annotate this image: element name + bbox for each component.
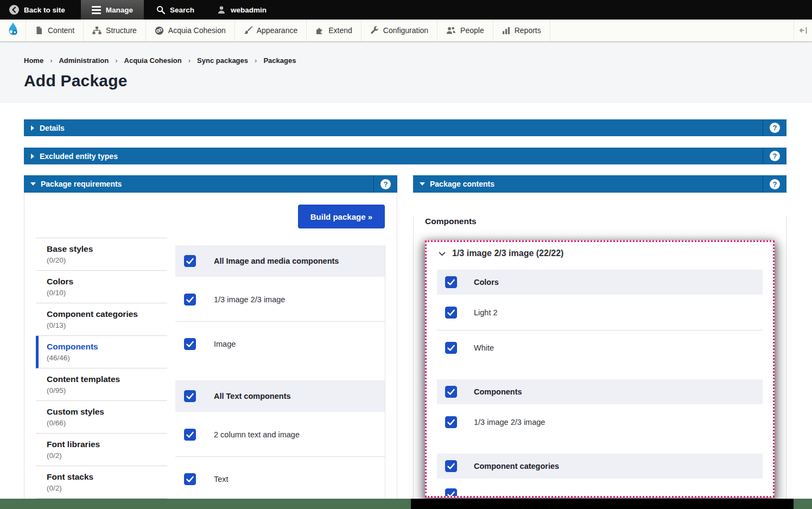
user-menu[interactable]: webadmin: [208, 0, 276, 20]
tab-count: (0/20): [47, 256, 163, 265]
details-accordion[interactable]: Details ?: [24, 119, 786, 136]
package-contents-title: Package contents: [430, 180, 494, 188]
expanded-arrow-icon: [420, 182, 425, 186]
checkbox-group-all-text-components: All Text components2 column text and ima…: [175, 380, 385, 494]
collapsed-arrow-icon: [31, 125, 34, 131]
checkbox-row-1-3-image-2-3-image: 1/3 image 2/3 image: [437, 410, 763, 435]
tab-base-styles[interactable]: Base styles(0/20): [36, 238, 167, 271]
1-3-image-2-3-image-checkbox[interactable]: [184, 294, 196, 306]
image-checkbox[interactable]: [184, 338, 196, 350]
checkbox-row-label: All Text components: [214, 392, 291, 400]
package-requirements-body: Build package » Base styles(0/20)Colors(…: [24, 193, 397, 509]
menu-item-appearance[interactable]: Appearance: [235, 20, 307, 41]
partial-checkbox[interactable]: [445, 488, 457, 498]
checkbox-row-label: 2 column text and image: [214, 430, 300, 439]
all-text-components-checkbox[interactable]: [184, 390, 196, 402]
tab-label: Content templates: [47, 374, 163, 385]
contents-help-icon[interactable]: ?: [770, 179, 780, 189]
menu-item-content[interactable]: Content: [26, 20, 84, 41]
tab-component-categories[interactable]: Component categories(0/13): [36, 303, 167, 336]
search-icon: [156, 5, 165, 14]
tab-count: (0/66): [47, 418, 163, 428]
colors-checkbox[interactable]: [445, 276, 457, 288]
back-to-site-label: Back to site: [24, 6, 65, 14]
back-to-site-button[interactable]: Back to site: [0, 0, 74, 20]
build-package-button[interactable]: Build package »: [298, 205, 385, 228]
drupal-logo[interactable]: [0, 20, 26, 41]
breadcrumb-separator: ›: [255, 56, 257, 65]
checkbox-row-light-2: Light 2: [437, 300, 763, 325]
tab-label: Components: [47, 341, 163, 352]
menu-item-extend[interactable]: Extend: [307, 20, 361, 41]
checkbox-row-white: White: [437, 335, 763, 360]
requirements-help-icon[interactable]: ?: [380, 179, 391, 189]
tab-font-stacks[interactable]: Font stacks(0/2): [36, 466, 167, 499]
breadcrumb-link-sync-packages[interactable]: Sync packages: [197, 56, 248, 65]
all-image-and-media-components-checkbox[interactable]: [184, 255, 196, 267]
admin-toolbar: Back to site Manage Search webadmin: [0, 0, 812, 20]
excluded-help-icon[interactable]: ?: [770, 151, 780, 161]
checkbox-row-label: Component categories: [474, 462, 559, 470]
checkbox-row-partial: [437, 484, 763, 498]
breadcrumb-link-administration[interactable]: Administration: [59, 56, 109, 65]
tab-colors[interactable]: Colors(0/10): [36, 271, 167, 303]
row-divider: [175, 456, 385, 457]
checkbox-row-1-3-image-2-3-image: 1/3 image 2/3 image: [175, 284, 385, 314]
manage-label: Manage: [106, 6, 133, 14]
tab-custom-styles[interactable]: Custom styles(0/66): [36, 401, 167, 434]
checkbox-row-label: Light 2: [474, 308, 498, 317]
tab-content-templates[interactable]: Content templates(0/95): [36, 368, 167, 401]
breadcrumb-link-acquia-cohesion[interactable]: Acquia Cohesion: [124, 56, 182, 65]
group-items: [437, 484, 763, 498]
group-items: 2 column text and imageText: [175, 419, 385, 494]
tab-label: Font libraries: [47, 439, 163, 450]
tab-count: (0/10): [47, 288, 163, 298]
details-help-icon[interactable]: ?: [770, 123, 780, 133]
main-content: Details ? Excluded entity types ? Packag…: [0, 119, 812, 509]
collapse-toolbar-icon[interactable]: [794, 20, 812, 41]
tab-label: Font stacks: [47, 472, 163, 482]
menu-item-acquia-cohesion[interactable]: Acquia Cohesion: [146, 20, 235, 41]
checkbox-group-components: Components1/3 image 2/3 image: [437, 379, 763, 435]
2-column-text-and-image-checkbox[interactable]: [184, 429, 196, 441]
menu-item-reports[interactable]: Reports: [493, 20, 550, 41]
1-3-image-2-3-image-checkbox[interactable]: [445, 416, 457, 428]
contents-checklist: ColorsLight 2WhiteComponents1/3 image 2/…: [437, 270, 763, 498]
package-requirements-panel: Package requirements ? Build package » B…: [24, 175, 397, 509]
row-divider: [175, 321, 385, 322]
breadcrumb-link-packages[interactable]: Packages: [263, 56, 296, 65]
paintbrush-icon: [244, 26, 252, 35]
components-checkbox[interactable]: [445, 386, 457, 398]
menu-item-people[interactable]: People: [437, 20, 493, 41]
tab-font-libraries[interactable]: Font libraries(0/2): [36, 434, 167, 466]
admin-menu-bar: ContentStructureAcquia CohesionAppearanc…: [0, 20, 812, 42]
package-requirements-header[interactable]: Package requirements ?: [24, 175, 397, 193]
puzzle-icon: [315, 26, 324, 35]
checkbox-row-2-column-text-and-image: 2 column text and image: [175, 419, 385, 449]
package-group-accordion[interactable]: 1/3 image 2/3 image (22/22): [437, 247, 763, 265]
checkbox-row-text: Text: [175, 464, 385, 494]
white-checkbox[interactable]: [445, 342, 457, 354]
tab-label: Custom styles: [47, 406, 163, 417]
checkbox-row-label: Text: [214, 475, 229, 483]
breadcrumb: Home›Administration›Acquia Cohesion›Sync…: [24, 56, 788, 65]
expanded-arrow-icon: [30, 182, 36, 186]
text-checkbox[interactable]: [184, 473, 196, 485]
menu-items: ContentStructureAcquia CohesionAppearanc…: [26, 20, 550, 41]
checkbox-group-component-categories: Component categories: [437, 454, 763, 498]
page-header: Home›Administration›Acquia Cohesion›Sync…: [0, 42, 812, 103]
excluded-entity-types-accordion[interactable]: Excluded entity types ?: [24, 148, 786, 164]
package-contents-header[interactable]: Package contents ?: [413, 175, 786, 193]
menu-item-configuration[interactable]: Configuration: [361, 20, 437, 41]
breadcrumb-link-home[interactable]: Home: [24, 56, 43, 65]
menu-item-structure[interactable]: Structure: [84, 20, 146, 41]
manage-tab[interactable]: Manage: [81, 0, 144, 20]
component-categories-checkbox[interactable]: [445, 460, 457, 472]
package-contents-panel: Package contents ? Components 1/3 image …: [413, 175, 786, 509]
checkbox-row-label: Colors: [474, 278, 499, 287]
sitemap-icon: [92, 26, 101, 35]
tab-components[interactable]: Components(46/46): [36, 336, 167, 368]
search-button[interactable]: Search: [147, 0, 204, 20]
light-2-checkbox[interactable]: [445, 307, 457, 319]
menu-item-label: Configuration: [383, 26, 428, 35]
